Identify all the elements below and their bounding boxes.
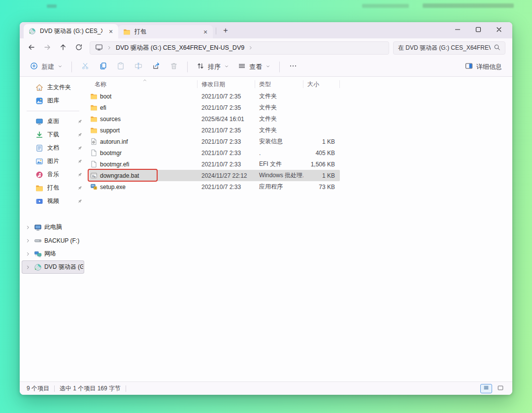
file-row[interactable]: bootmgr.efi2021/10/7 2:33EFI 文件1,506 KB	[89, 159, 340, 170]
close-icon	[495, 26, 503, 35]
sidebar-item[interactable]: 文档	[22, 141, 84, 155]
this-pc-icon	[95, 43, 103, 53]
back-button[interactable]	[24, 40, 39, 55]
tab-bar: DVD 驱动器 (G:) CES_X64FREV×打包× +	[20, 22, 512, 38]
file-type: 安装信息	[255, 137, 303, 146]
share-icon	[152, 62, 160, 71]
pin-icon	[77, 132, 83, 138]
items-count: 9 个项目	[27, 384, 49, 393]
file-date: 2021/10/7 2:35	[198, 93, 255, 100]
file-row[interactable]: downgrade.bat2024/11/27 22:12Windows 批处理…	[89, 170, 340, 181]
bat-icon	[90, 172, 98, 179]
close-button[interactable]	[489, 22, 509, 38]
file-row[interactable]: bootmgr2021/10/7 2:33.405 KB	[89, 147, 340, 159]
file-row[interactable]: setup.exe2021/10/7 2:33应用程序73 KB	[89, 181, 340, 192]
doc-icon	[90, 149, 98, 157]
sidebar-item[interactable]: 图片	[22, 155, 84, 168]
forward-button[interactable]	[39, 40, 55, 55]
share-button[interactable]	[147, 59, 165, 75]
delete-button[interactable]	[165, 59, 183, 75]
sidebar-item-label: DVD 驱动器 (G:) C	[44, 263, 83, 271]
sidebar-item[interactable]: 音乐	[22, 168, 84, 181]
tab-close-icon[interactable]: ×	[106, 27, 115, 36]
sort-ascending-icon	[142, 77, 147, 84]
sidebar-item[interactable]: 网络	[22, 247, 84, 260]
file-name: bootmgr	[100, 150, 122, 157]
breadcrumb[interactable]: DVD 驱动器 (G:) CES_X64FREV_EN-US_DV9	[90, 41, 389, 55]
file-row[interactable]: sources2025/6/24 16:01文件夹	[89, 113, 340, 125]
details-view-button[interactable]	[480, 384, 492, 393]
tab-close-icon[interactable]: ×	[201, 28, 210, 36]
command-toolbar: 新建 排序 查看 详细信息	[20, 57, 512, 77]
tab-inactive[interactable]: 打包×	[118, 25, 213, 38]
file-type: EFI 文件	[255, 160, 303, 168]
file-row[interactable]: support2021/10/7 2:35文件夹	[89, 125, 340, 136]
refresh-button[interactable]	[71, 40, 87, 55]
background-artifact	[423, 3, 514, 8]
folder-icon	[90, 127, 98, 134]
sidebar-item-label: 下载	[47, 130, 73, 139]
sidebar-item-label: 图库	[47, 96, 83, 105]
expand-chevron-icon[interactable]	[25, 225, 32, 230]
trash-icon	[170, 62, 178, 71]
sidebar-item[interactable]: DVD 驱动器 (G:) C	[22, 260, 84, 274]
sidebar-item[interactable]: 下载	[22, 128, 84, 141]
network-icon	[34, 250, 42, 258]
back-arrow-icon	[28, 43, 35, 53]
expand-chevron-icon[interactable]	[25, 252, 32, 256]
sort-menu-button[interactable]: 排序	[192, 59, 233, 75]
new-tab-button[interactable]: +	[219, 25, 232, 36]
search-input[interactable]: 在 DVD 驱动器 (G:) CES_X64FREV_EN	[398, 44, 491, 52]
search-icon	[494, 44, 500, 52]
details-pane-icon	[465, 62, 473, 71]
file-row[interactable]: autorun.inf2021/10/7 2:33安装信息1 KB	[89, 136, 340, 147]
copy-button[interactable]	[94, 59, 112, 75]
large-icons-view-button[interactable]	[495, 384, 506, 393]
ellipsis-icon	[289, 62, 297, 71]
pin-icon	[77, 172, 83, 178]
sort-arrows-icon	[197, 62, 204, 71]
details-pane-button[interactable]: 详细信息	[461, 59, 506, 75]
sidebar-item[interactable]: 此电脑	[22, 221, 84, 234]
more-options-button[interactable]	[284, 59, 302, 75]
sidebar-item[interactable]: BACKUP (F:)	[22, 234, 84, 247]
file-name: setup.exe	[100, 184, 126, 191]
file-row[interactable]: efi2021/10/7 2:35文件夹	[89, 102, 340, 113]
column-header-size[interactable]: 大小	[303, 78, 340, 91]
new-label: 新建	[41, 63, 54, 71]
download-icon	[35, 131, 43, 139]
tab-label: DVD 驱动器 (G:) CES_X64FREV	[40, 27, 102, 35]
up-button[interactable]	[55, 40, 71, 55]
sidebar-item[interactable]: 视频	[22, 194, 84, 208]
sidebar-item-label: 音乐	[47, 170, 73, 179]
minimize-button[interactable]	[447, 22, 468, 38]
column-header-name[interactable]: 名称	[89, 78, 198, 91]
expand-chevron-icon[interactable]	[25, 238, 32, 243]
file-date: 2021/10/7 2:33	[198, 184, 255, 191]
sidebar-item-label: 主文件夹	[47, 83, 83, 92]
expand-chevron-icon[interactable]	[25, 265, 32, 270]
new-button[interactable]: 新建	[26, 59, 67, 75]
sidebar-item[interactable]: 打包	[22, 181, 84, 194]
pin-icon	[77, 159, 83, 164]
pin-icon	[77, 198, 83, 204]
view-menu-button[interactable]: 查看	[233, 59, 275, 75]
column-header-date[interactable]: 修改日期	[198, 78, 255, 91]
sidebar-item[interactable]: 桌面	[22, 115, 84, 128]
breadcrumb-path[interactable]: DVD 驱动器 (G:) CES_X64FREV_EN-US_DV9	[116, 44, 244, 52]
cut-button[interactable]	[76, 59, 94, 75]
rename-button[interactable]	[130, 59, 147, 75]
folder-icon	[123, 28, 131, 35]
search-box[interactable]: 在 DVD 驱动器 (G:) CES_X64FREV_EN	[393, 41, 505, 55]
sidebar-item-label: 视频	[47, 197, 73, 205]
maximize-button[interactable]	[468, 22, 489, 38]
column-header-type[interactable]: 类型	[255, 78, 303, 91]
file-type: Windows 批处理...	[255, 171, 303, 180]
column-header-row: 名称修改日期类型大小	[89, 78, 512, 91]
sidebar-item[interactable]: 主文件夹	[22, 81, 84, 94]
paste-button[interactable]	[112, 59, 130, 75]
file-row[interactable]: boot2021/10/7 2:35文件夹	[89, 91, 340, 102]
sidebar-item[interactable]: 图库	[22, 94, 84, 107]
tab-active[interactable]: DVD 驱动器 (G:) CES_X64FREV×	[24, 24, 118, 38]
status-bar: 9 个项目 选中 1 个项目 169 字节	[20, 381, 512, 395]
